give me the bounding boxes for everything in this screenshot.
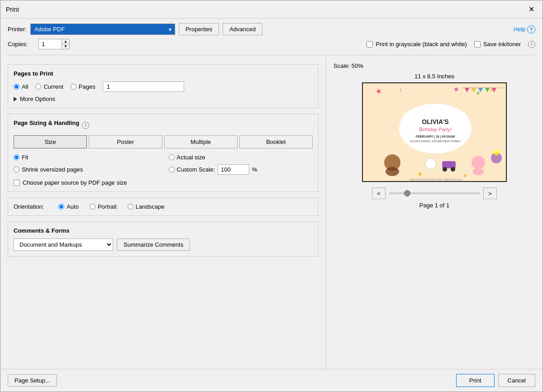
save-ink-checkbox[interactable] — [474, 41, 481, 48]
title-bar: Print ✕ — [0, 0, 543, 19]
svg-text:★: ★ — [453, 86, 459, 93]
more-options-row[interactable]: More Options — [14, 96, 313, 102]
actual-size-radio-label[interactable]: Actual size — [169, 154, 313, 161]
right-checks: Print in grayscale (black and white) Sav… — [367, 41, 535, 48]
pages-radio[interactable] — [71, 84, 76, 90]
nav-slider-track — [389, 192, 480, 194]
orientation-row: Orientation: Auto Portrait Landscape — [14, 203, 313, 210]
page-sizing-section: Page Sizing & Handling i Size Poster Mul… — [8, 114, 319, 192]
dialog-title: Print — [6, 6, 19, 13]
page-info: Page 1 of 1 — [419, 202, 450, 209]
choose-paper-label[interactable]: Choose paper source by PDF page size — [14, 179, 313, 186]
svg-text:FEBRUARY | 18 | 09:00AM: FEBRUARY | 18 | 09:00AM — [416, 135, 455, 139]
page-size-label: 11 x 8.5 Inches — [414, 73, 454, 80]
fit-radio[interactable] — [14, 154, 19, 160]
pages-radio-label[interactable]: Pages — [71, 83, 95, 90]
svg-point-23 — [386, 167, 399, 176]
current-radio[interactable] — [35, 84, 41, 90]
properties-button[interactable]: Properties — [179, 23, 219, 35]
actual-size-radio[interactable] — [169, 154, 175, 160]
copies-up-button[interactable]: ▲ — [62, 39, 69, 44]
auto-radio[interactable] — [58, 204, 64, 210]
svg-text:♪: ♪ — [399, 86, 402, 93]
orientation-title: Orientation: — [14, 203, 44, 210]
portrait-radio[interactable] — [90, 204, 95, 210]
svg-point-26 — [443, 167, 447, 172]
next-page-button[interactable]: > — [483, 187, 497, 199]
save-ink-label[interactable]: Save ink/toner — [474, 41, 521, 48]
auto-radio-label[interactable]: Auto — [58, 203, 79, 210]
svg-text:♪: ♪ — [417, 89, 419, 94]
help-link[interactable]: Help ? — [514, 25, 535, 33]
custom-scale-input[interactable] — [218, 164, 249, 175]
save-ink-info-icon[interactable]: i — [528, 41, 535, 48]
nav-slider-thumb — [404, 190, 410, 196]
shrink-radio-label[interactable]: Shrink oversized pages — [14, 164, 158, 175]
custom-scale-unit: % — [252, 166, 257, 173]
prev-page-button[interactable]: < — [372, 187, 386, 199]
page-setup-button[interactable]: Page Setup... — [8, 374, 57, 387]
svg-text:OLIVIA'S HOUSE | 1234 BIRTHDAY: OLIVIA'S HOUSE | 1234 BIRTHDAY STREET — [410, 140, 461, 143]
custom-scale-radio[interactable] — [169, 167, 175, 172]
print-dialog: Print ✕ Printer: Adobe PDF ▼ Properties … — [0, 0, 543, 392]
printer-label: Printer: — [8, 26, 27, 33]
portrait-radio-label[interactable]: Portrait — [90, 203, 117, 210]
svg-point-28 — [472, 156, 485, 169]
help-icon: ? — [527, 25, 535, 33]
all-radio[interactable] — [14, 84, 19, 90]
copies-down-button[interactable]: ▼ — [62, 44, 69, 49]
landscape-radio-label[interactable]: Landscape — [128, 203, 165, 210]
nav-slider[interactable] — [389, 192, 480, 194]
svg-text:★: ★ — [417, 170, 423, 177]
printer-select[interactable]: Adobe PDF — [30, 24, 175, 35]
close-button[interactable]: ✕ — [526, 4, 537, 14]
copies-label: Copies: — [8, 41, 28, 48]
more-options-triangle — [14, 97, 17, 101]
advanced-button[interactable]: Advanced — [223, 23, 262, 35]
svg-text:★: ★ — [462, 172, 467, 179]
grayscale-label[interactable]: Print in grayscale (black and white) — [367, 41, 467, 48]
svg-text:★: ★ — [476, 91, 480, 96]
svg-point-33 — [494, 150, 499, 155]
page-sizing-title: Page Sizing & Handling — [14, 120, 79, 126]
orientation-section: Orientation: Auto Portrait Landscape — [8, 197, 319, 216]
more-options-label: More Options — [20, 96, 55, 102]
current-radio-label[interactable]: Current — [35, 83, 63, 90]
pages-radio-row: All Current Pages — [14, 81, 313, 92]
shrink-radio[interactable] — [14, 167, 19, 172]
poster-button[interactable]: Poster — [89, 135, 162, 148]
multiple-button[interactable]: Multiple — [164, 135, 238, 148]
page-sizing-info-icon[interactable]: i — [82, 122, 89, 129]
comments-forms-select[interactable]: Document and Markups Document Form field… — [14, 239, 113, 251]
svg-point-24 — [425, 158, 436, 169]
summarize-comments-button[interactable]: Summarize Comments — [117, 239, 190, 251]
copies-spinner: ▲ ▼ — [62, 39, 69, 49]
header-section: Printer: Adobe PDF ▼ Properties Advanced… — [0, 19, 543, 57]
all-radio-label[interactable]: All — [14, 83, 28, 90]
preview-image-container: ★ ♪ ♪ ★ ★ ⚑ — [362, 82, 507, 182]
landscape-radio[interactable] — [128, 204, 133, 210]
copies-input[interactable] — [39, 39, 62, 49]
print-button[interactable]: Print — [456, 374, 495, 387]
fit-radio-label[interactable]: Fit — [14, 154, 158, 161]
booklet-button[interactable]: Booklet — [239, 135, 313, 148]
page-sizing-title-row: Page Sizing & Handling i — [14, 120, 313, 131]
comments-forms-title: Comments & Forms — [14, 227, 313, 234]
choose-paper-checkbox[interactable] — [14, 180, 20, 186]
size-button[interactable]: Size — [14, 135, 87, 148]
preview-image: ★ ♪ ♪ ★ ★ ⚑ — [363, 83, 507, 182]
pages-input[interactable] — [103, 81, 184, 92]
scale-text: Scale: 50% — [333, 62, 363, 69]
nav-controls: < > — [333, 187, 535, 199]
sizing-options: Fit Actual size Shrink oversized pages C… — [14, 154, 313, 175]
size-buttons-row: Size Poster Multiple Booklet — [14, 135, 313, 148]
copies-row: Copies: ▲ ▼ Print in grayscale (black an… — [8, 39, 535, 53]
pages-to-print-section: Pages to Print All Current Pages — [8, 64, 319, 108]
grayscale-checkbox[interactable] — [367, 41, 373, 48]
printer-row: Printer: Adobe PDF ▼ Properties Advanced… — [8, 23, 535, 39]
pages-to-print-title: Pages to Print — [14, 70, 313, 77]
printer-select-wrapper: Adobe PDF ▼ — [30, 24, 175, 35]
cancel-button[interactable]: Cancel — [498, 374, 535, 387]
left-panel: Pages to Print All Current Pages — [0, 57, 326, 369]
custom-scale-radio-label[interactable]: Custom Scale: — [169, 166, 215, 173]
